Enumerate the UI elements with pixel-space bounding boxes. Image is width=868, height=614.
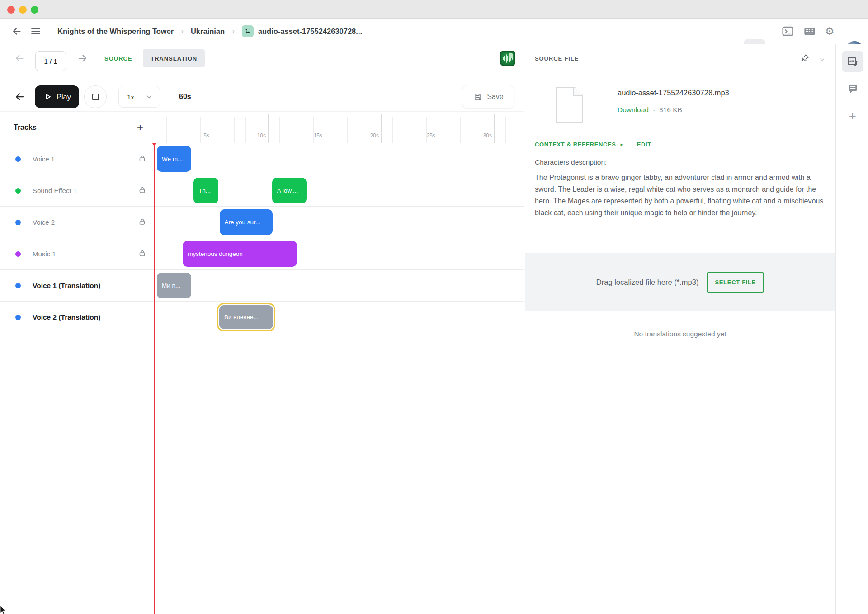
lock-icon[interactable]: [138, 249, 146, 259]
settings-button[interactable]: ⚙: [825, 26, 835, 37]
ruler-tick: [257, 117, 257, 143]
terminal-icon: [781, 25, 794, 38]
breadcrumb: Knights of the Whispering Tower › Ukrain…: [57, 19, 362, 44]
select-file-button[interactable]: SELECT FILE: [707, 272, 764, 293]
ruler-tick: [505, 117, 506, 143]
stop-button[interactable]: [84, 85, 107, 108]
pin-panel-button[interactable]: [800, 53, 810, 65]
header-back-button[interactable]: [11, 25, 23, 37]
ruler-tick: [212, 114, 212, 143]
save-button[interactable]: Save: [462, 85, 514, 109]
ruler-tick: [325, 114, 325, 143]
collapse-panel-button[interactable]: [819, 56, 826, 65]
lock-icon[interactable]: [138, 217, 146, 227]
timeline-clip[interactable]: Th...: [193, 178, 218, 203]
track-label-cell[interactable]: Voice 2 (Translation): [0, 302, 155, 333]
ruler-label: 10s: [257, 132, 268, 139]
timeline-clip[interactable]: A low,...: [272, 178, 307, 203]
ruler-tick: [438, 114, 438, 143]
tab-translation[interactable]: TRANSLATION: [143, 49, 205, 67]
characters-description: The Protagonist is a brave ginger tabby,…: [535, 172, 828, 219]
lock-icon[interactable]: [138, 154, 146, 164]
ruler-tick: [415, 117, 415, 143]
lock-icon[interactable]: [138, 186, 146, 195]
ruler-label: 25s: [427, 132, 438, 139]
localized-file-dropzone[interactable]: Drag localized file here (*.mp3) SELECT …: [525, 253, 835, 311]
breadcrumb-project[interactable]: Knights of the Whispering Tower: [57, 27, 174, 36]
timeline-ruler[interactable]: 5s10s15s20s25s30s: [155, 111, 524, 143]
next-page-button[interactable]: [77, 52, 89, 64]
menu-button[interactable]: [30, 25, 42, 37]
add-track-button[interactable]: +: [137, 121, 143, 134]
playback-speed-select[interactable]: 1x: [118, 86, 160, 108]
track-label-cell[interactable]: Voice 2: [0, 207, 155, 238]
play-button-label: Play: [57, 93, 71, 101]
ruler-tick: [472, 117, 472, 143]
timeline-editor: 1 / 1 SOURCE TRANSLATION Play 1x: [0, 44, 524, 614]
ruler-tick: [313, 117, 314, 143]
track-name: Sound Effect 1: [33, 187, 77, 194]
track-label-cell[interactable]: Voice 1 (Translation): [0, 270, 155, 301]
track-label-cell[interactable]: Voice 1: [0, 143, 155, 175]
ruler-tick: [234, 117, 235, 143]
panel-title: SOURCE FILE: [535, 44, 579, 72]
timeline-duration: 60s: [179, 93, 191, 101]
transport-back-button[interactable]: [14, 91, 26, 103]
download-link[interactable]: Download: [618, 106, 649, 114]
track-name: Voice 2 (Translation): [33, 313, 100, 321]
audio-asset-icon[interactable]: [500, 51, 515, 66]
stop-icon: [92, 94, 99, 100]
timeline-clip[interactable]: Are you sur...: [220, 209, 273, 235]
track-name: Voice 1: [33, 155, 55, 163]
arrow-left-icon: [14, 52, 25, 64]
tab-source[interactable]: SOURCE: [104, 44, 132, 72]
context-expand-icon[interactable]: ▸: [621, 142, 623, 147]
playhead[interactable]: [154, 143, 155, 614]
meta-separator: ·: [653, 106, 655, 114]
add-panel-button[interactable]: +: [842, 105, 863, 127]
keyboard-shortcuts-button[interactable]: [803, 25, 816, 38]
comments-button[interactable]: [842, 78, 863, 99]
edit-context-link[interactable]: EDIT: [637, 141, 651, 148]
speed-value: 1x: [127, 93, 134, 101]
back-arrow-icon: [11, 25, 23, 37]
chevron-down-icon: [819, 56, 826, 63]
ruler-tick: [189, 117, 189, 143]
play-icon: [43, 92, 53, 102]
breadcrumb-asset[interactable]: audio-asset-1755242630728...: [258, 27, 362, 36]
context-references-link[interactable]: CONTEXT & REFERENCES: [535, 141, 616, 148]
timeline-clip[interactable]: mysterious dungeon: [183, 241, 297, 267]
file-glyph: [509, 53, 513, 58]
arrow-right-icon: [77, 52, 89, 64]
track-color-dot: [15, 251, 21, 257]
track-color-dot: [15, 315, 21, 320]
timeline-clip[interactable]: We m...: [157, 146, 191, 172]
empty-translations-message: No translations suggested yet: [525, 330, 835, 338]
ruler-tick: [178, 117, 178, 143]
track-name: Music 1: [33, 250, 56, 258]
right-toolbar: +: [835, 44, 868, 614]
prev-page-button[interactable]: [14, 52, 25, 64]
track-label-cell[interactable]: Sound Effect 1: [0, 175, 155, 206]
breadcrumb-separator-icon: ›: [232, 27, 235, 36]
track-label-cell[interactable]: Music 1: [0, 238, 155, 269]
page-indicator[interactable]: 1 / 1: [35, 51, 66, 71]
macos-titlebar: [0, 0, 868, 19]
timeline-clip[interactable]: Ви впевне...: [218, 304, 274, 330]
description-heading: Characters description:: [535, 158, 607, 166]
plus-icon: +: [849, 109, 856, 123]
ruler-tick: [245, 117, 246, 143]
close-window-button[interactable]: [7, 6, 15, 14]
minimize-window-button[interactable]: [19, 6, 27, 14]
breadcrumb-language[interactable]: Ukrainian: [191, 27, 225, 36]
terminal-button[interactable]: [781, 25, 794, 38]
ruler-tick: [279, 117, 280, 143]
gear-icon: ⚙: [825, 26, 835, 37]
ruler-tick: [370, 117, 370, 143]
timeline-clip[interactable]: Ми п...: [157, 273, 191, 298]
media-audio-tool-button[interactable]: [842, 51, 863, 72]
play-button[interactable]: Play: [35, 85, 79, 108]
zoom-window-button[interactable]: [31, 6, 38, 14]
ruler-tick: [483, 117, 483, 143]
source-file-name: audio-asset-1755242630728.mp3: [618, 89, 729, 97]
